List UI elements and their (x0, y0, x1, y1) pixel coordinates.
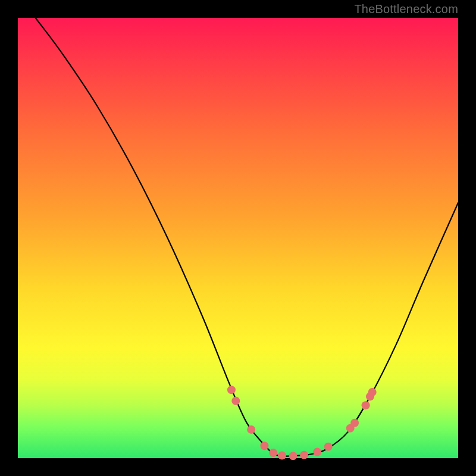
curve-marker (269, 449, 277, 457)
curve-svg (18, 18, 458, 458)
curve-marker (300, 451, 308, 459)
curve-marker (350, 419, 359, 427)
curve-marker (247, 425, 255, 434)
watermark-label: TheBottleneck.com (354, 2, 458, 16)
curve-marker (368, 388, 377, 396)
curve-markers (227, 386, 377, 460)
curve-marker (231, 397, 240, 405)
curve-marker (260, 441, 268, 450)
curve-marker (313, 448, 321, 456)
bottleneck-curve (36, 18, 458, 456)
curve-marker (227, 386, 236, 394)
curve-marker (362, 401, 370, 409)
curve-marker (324, 443, 333, 451)
chart-frame: TheBottleneck.com (0, 0, 476, 476)
curve-marker (278, 452, 286, 460)
plot-area (18, 18, 458, 458)
curve-marker (289, 452, 298, 460)
